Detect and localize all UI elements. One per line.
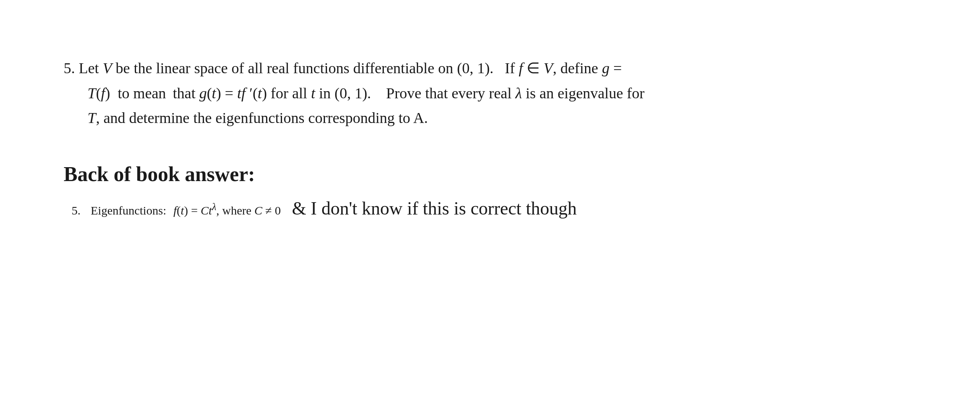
back-of-book-section: Back of book answer: 5. Eigenfunctions: … <box>64 162 940 219</box>
handwritten-note: & I don't know if this is correct though <box>292 198 577 219</box>
answer-label: Eigenfunctions: <box>91 204 166 217</box>
page-container: 5. Let V be the linear space of all real… <box>0 0 980 398</box>
answer-line: 5. Eigenfunctions: f(t) = Ctλ, where C ≠… <box>72 198 940 219</box>
back-of-book-title: Back of book answer: <box>64 162 940 186</box>
problem-section: 5. Let V be the linear space of all real… <box>64 56 940 131</box>
problem-text: 5. Let V be the linear space of all real… <box>64 56 939 131</box>
problem-number: 5. <box>64 60 75 76</box>
problem-line2: T(f) to mean that g(t) = tf ′(t) for all… <box>88 81 939 106</box>
answer-number: 5. <box>72 204 84 217</box>
answer-formula: f(t) = Ctλ, where C ≠ 0 <box>173 201 281 217</box>
problem-line3: T, and determine the eigenfunctions corr… <box>88 105 939 131</box>
problem-line1: Let V be the linear space of all real fu… <box>79 60 622 76</box>
